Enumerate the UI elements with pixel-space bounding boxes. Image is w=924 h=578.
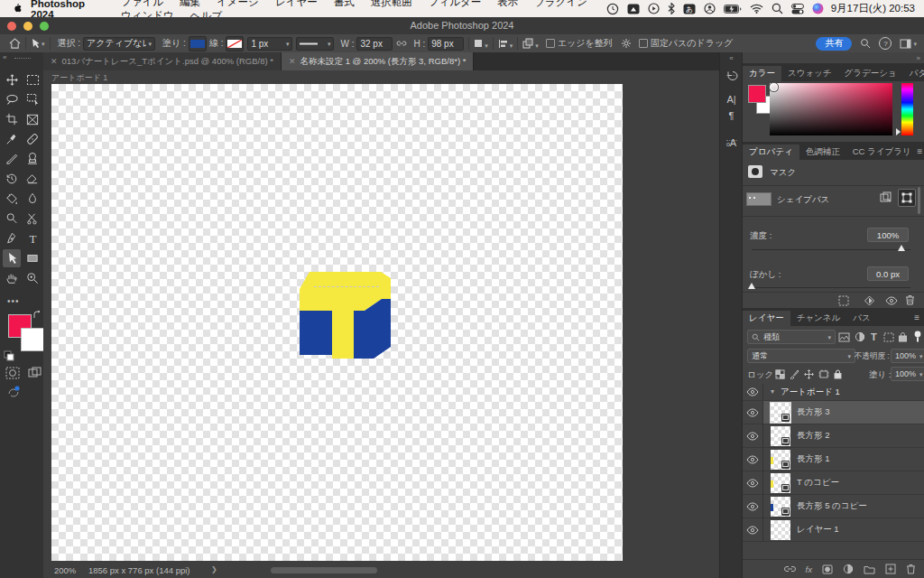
lock-artboard-icon[interactable]	[818, 369, 829, 379]
status-chevron-icon[interactable]: ❯	[211, 565, 217, 573]
bluetooth-icon[interactable]	[668, 3, 675, 15]
menubar-clock[interactable]: 9月17日(火) 20:53	[831, 2, 915, 15]
filter-toggle-icon[interactable]	[914, 331, 921, 342]
glyphs-panel-icon[interactable]: oA	[720, 137, 743, 148]
properties-scrollbar[interactable]	[918, 187, 920, 214]
layers-tab-0[interactable]: レイヤー	[743, 311, 790, 326]
visibility-eye-icon[interactable]	[743, 448, 763, 471]
horizontal-scrollbar[interactable]	[271, 567, 377, 573]
close-tab-icon[interactable]: ✕	[289, 57, 296, 66]
sync-badge-icon[interactable]	[6, 385, 21, 399]
layer-name[interactable]: 長方形 1	[797, 453, 829, 465]
gear-icon[interactable]	[621, 38, 632, 49]
paragraph-panel-icon[interactable]: ¶	[720, 110, 743, 121]
layer-row-3[interactable]: T のコピー	[743, 471, 924, 495]
eyedropper-tool[interactable]	[3, 130, 21, 148]
menu-6[interactable]: フィルター	[429, 0, 482, 7]
eraser-tool[interactable]	[23, 170, 42, 188]
stroke-style-dropdown[interactable]: ▾	[296, 37, 334, 51]
align-edges-checkbox[interactable]	[546, 39, 555, 48]
lock-pixels-icon[interactable]	[790, 369, 799, 379]
history-brush-tool[interactable]	[3, 170, 21, 188]
color-picker-cursor[interactable]	[770, 83, 778, 91]
character-panel-icon[interactable]: A|	[720, 94, 743, 105]
artboard-row[interactable]: ▾アートボード 1	[743, 384, 924, 401]
user-circle-icon[interactable]	[704, 3, 716, 15]
hue-slider[interactable]	[901, 83, 913, 135]
search-icon[interactable]	[860, 38, 871, 49]
close-tab-icon[interactable]: ✕	[51, 57, 58, 66]
brush-tool[interactable]	[3, 150, 21, 168]
feather-slider-track[interactable]	[752, 287, 910, 288]
capture-icon[interactable]	[627, 3, 640, 15]
dodge-tool[interactable]	[3, 210, 21, 228]
layer-name[interactable]: レイヤー 1	[797, 524, 839, 536]
visibility-eye-icon[interactable]	[743, 495, 763, 517]
layer-thumbnail[interactable]	[771, 426, 790, 446]
filter-pixel-layers-icon[interactable]	[838, 332, 850, 342]
workspace-switcher-icon[interactable]: ▾	[900, 39, 917, 49]
zoom-level[interactable]: 200%	[54, 565, 76, 575]
filter-adjustment-layers-icon[interactable]	[855, 331, 865, 342]
layer-row-4[interactable]: 長方形 5 のコピー	[743, 495, 924, 518]
width-input[interactable]: 32 px	[356, 37, 393, 51]
filter-shape-layers-icon[interactable]	[883, 332, 894, 342]
density-slider-track[interactable]	[752, 249, 910, 250]
toolbar-grip[interactable]	[14, 58, 31, 59]
clock-icon[interactable]	[606, 3, 619, 15]
paint-bucket-tool[interactable]	[3, 190, 21, 208]
filter-smart-objects-icon[interactable]	[898, 331, 908, 342]
menu-1[interactable]: 編集	[180, 0, 200, 7]
home-icon[interactable]	[9, 38, 21, 49]
menu-3[interactable]: レイヤー	[275, 0, 318, 7]
apple-logo-icon[interactable]	[12, 3, 22, 14]
pen-tool[interactable]	[3, 229, 21, 247]
mask-visibility-eye-icon[interactable]	[885, 296, 898, 305]
filter-type-layers-icon[interactable]: T	[871, 331, 877, 342]
layer-thumbnail[interactable]	[771, 450, 790, 470]
feather-value[interactable]: 0.0 px	[867, 266, 909, 281]
layer-row-0[interactable]: 長方形 3	[743, 401, 924, 424]
stroke-width-input[interactable]: 1 px▾	[247, 37, 292, 51]
control-center-icon[interactable]	[791, 3, 804, 15]
lock-all-icon[interactable]	[833, 368, 843, 379]
layer-effects-icon[interactable]: fx	[806, 564, 812, 574]
layer-name[interactable]: T のコピー	[797, 477, 839, 489]
apply-mask-icon[interactable]	[864, 295, 875, 306]
artboard-name[interactable]: アートボード 1	[781, 387, 840, 398]
collapse-toolbar-icon[interactable]: «	[3, 53, 6, 61]
visibility-eye-icon[interactable]	[743, 518, 763, 541]
history-panel-icon[interactable]	[720, 69, 743, 83]
stroke-color-swatch[interactable]	[226, 36, 244, 51]
quick-mask-icon[interactable]	[5, 367, 20, 379]
layer-name[interactable]: 長方形 2	[797, 430, 829, 442]
frame-tool[interactable]	[23, 110, 42, 128]
new-layer-icon[interactable]	[885, 564, 896, 574]
blend-mode-dropdown[interactable]: 通常▾	[747, 349, 855, 363]
properties-tab-0[interactable]: プロパティ	[743, 144, 799, 160]
visibility-eye-icon[interactable]	[743, 384, 763, 400]
move-tool[interactable]	[3, 70, 21, 89]
feather-slider-thumb[interactable]	[748, 283, 755, 289]
layers-tab-1[interactable]: チャンネル	[790, 311, 847, 326]
collapse-artboard-icon[interactable]: ▾	[771, 388, 774, 396]
artboard-canvas[interactable]	[51, 84, 623, 561]
document-tab-0[interactable]: ✕013バナートレース_Tポイント.psd @ 400% (RGB/8) *	[43, 52, 282, 70]
help-icon[interactable]: ?	[879, 37, 892, 50]
path-bounds-icon[interactable]	[898, 189, 916, 207]
path-alignment-icon[interactable]: ▾	[498, 39, 513, 49]
density-value[interactable]: 100%	[867, 228, 909, 242]
layer-thumbnail[interactable]	[771, 473, 790, 493]
menu-7[interactable]: 表示	[497, 0, 518, 7]
menu-5[interactable]: 選択範囲	[371, 0, 412, 7]
canvas-area[interactable]: アートボード 1	[43, 70, 719, 563]
screen-mode-icon[interactable]	[28, 367, 42, 378]
share-button[interactable]: 共有	[816, 37, 852, 51]
menu-2[interactable]: イメージ	[217, 0, 259, 7]
link-layers-icon[interactable]	[784, 565, 796, 573]
marquee-tool[interactable]	[23, 70, 42, 89]
play-circle-icon[interactable]	[648, 3, 660, 15]
hue-slider-marker[interactable]	[896, 128, 901, 135]
properties-tab-2[interactable]: CC ライブラリ	[846, 144, 918, 160]
layer-name[interactable]: 長方形 3	[797, 406, 829, 418]
